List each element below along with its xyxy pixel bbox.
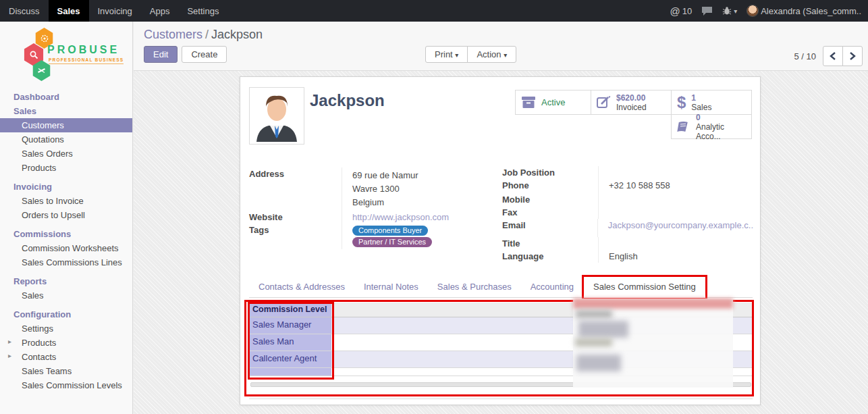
pager-previous-button[interactable] — [823, 46, 843, 66]
top-navbar: Discuss Sales Invoicing Apps Settings @ … — [0, 0, 868, 22]
invoiced-amount: $620.00 — [616, 93, 647, 103]
sidebar-item-sales-commissions-lines[interactable]: Sales Commissions Lines — [0, 255, 132, 269]
bug-icon — [722, 6, 732, 16]
tags-value: Components Buyer Partner / IT Services — [342, 224, 492, 249]
redacted-value — [578, 321, 628, 338]
analytic-accounts-stat-button[interactable]: 0 Analytic Acco... — [671, 114, 752, 139]
customer-name-title: Jackpson — [310, 91, 385, 110]
commission-level-cell: Sales Manager — [249, 317, 331, 334]
topbar-menu-settings[interactable]: Settings — [178, 0, 227, 22]
active-stat-button[interactable]: Active — [515, 90, 591, 115]
sidebar-item-commission-worksheets[interactable]: Commission Worksheets — [0, 241, 132, 255]
fax-label: Fax — [502, 206, 598, 219]
redacted-value — [576, 355, 621, 371]
sidebar-item-customers[interactable]: Customers — [0, 118, 132, 132]
breadcrumb-current: Jackpson — [211, 28, 263, 41]
redacted-region — [573, 299, 733, 388]
title-value[interactable] — [598, 237, 753, 250]
customer-photo[interactable] — [249, 87, 304, 145]
caret-down-icon: ▾ — [734, 7, 737, 15]
caret-down-icon: ▾ — [455, 51, 458, 59]
address-street: 69 rue de Namur — [352, 169, 492, 182]
language-value[interactable]: English — [598, 250, 753, 263]
chat-bubble-icon — [701, 6, 713, 16]
sidebar-heading-dashboard[interactable]: Dashboard — [0, 90, 132, 104]
tab-sales-commission-setting[interactable]: Sales Commission Setting — [583, 276, 706, 298]
topbar-menu-apps[interactable]: Apps — [141, 0, 179, 22]
sidebar-item-quotations[interactable]: Quotations — [0, 132, 132, 147]
sidebar-heading-invoicing[interactable]: Invoicing — [0, 180, 132, 194]
sales-count: 1 — [691, 93, 711, 103]
topbar-menu-discuss[interactable]: Discuss — [0, 0, 49, 22]
sidebar-item-sales-to-invoice[interactable]: Sales to Invoice — [0, 194, 132, 208]
sales-label: Sales — [691, 103, 711, 112]
sidebar-item-sales-teams[interactable]: Sales Teams — [0, 364, 132, 378]
tag-components-buyer[interactable]: Components Buyer — [352, 226, 428, 236]
sidebar-item-config-contacts[interactable]: ▸ Contacts — [0, 350, 132, 364]
phone-label: Phone — [502, 179, 598, 193]
action-dropdown-button[interactable]: Action ▾ — [467, 46, 516, 63]
logo-title: PROBUSE — [47, 44, 119, 56]
sidebar-heading-sales[interactable]: Sales — [0, 104, 132, 118]
address-value[interactable]: 69 rue de Namur Wavre 1300 Belgium — [342, 167, 492, 211]
edit-button[interactable]: Edit — [144, 46, 178, 63]
print-dropdown-button[interactable]: Print ▾ — [425, 46, 468, 63]
sidebar-item-label: Products — [22, 338, 56, 348]
sales-stat-button[interactable]: $ 1 Sales — [671, 90, 752, 115]
sidebar-item-reports-sales[interactable]: Sales — [0, 288, 132, 303]
invoiced-stat-button[interactable]: $620.00 Invoiced — [591, 90, 672, 115]
website-link[interactable]: http://www.jackpson.com — [352, 212, 449, 222]
tag-partner-it-services[interactable]: Partner / IT Services — [352, 237, 432, 247]
user-name: Alexandra (Sales_comm.. — [761, 6, 861, 16]
sidebar-item-orders-to-upsell[interactable]: Orders to Upsell — [0, 208, 132, 222]
mobile-value[interactable] — [598, 193, 753, 206]
logo-subtitle: PROFESSIONAL BUSINESS — [49, 57, 124, 64]
probuse-logo: PROBUSE PROFESSIONAL BUSINESS — [0, 28, 132, 82]
chevron-left-icon — [830, 52, 836, 60]
topbar-menu-invoicing[interactable]: Invoicing — [89, 0, 141, 22]
invoiced-label: Invoiced — [616, 103, 647, 112]
job-position-value[interactable] — [598, 166, 753, 179]
pager-next-button[interactable] — [842, 46, 863, 66]
sidebar-heading-reports[interactable]: Reports — [0, 274, 132, 288]
commission-level-header: Commission Level — [249, 303, 331, 317]
chevron-right-icon: ▸ — [8, 352, 11, 359]
title-label: Title — [502, 237, 598, 250]
sidebar-item-sales-orders[interactable]: Sales Orders — [0, 147, 132, 161]
messages-button[interactable] — [701, 6, 713, 16]
tab-internal-notes[interactable]: Internal Notes — [354, 276, 428, 297]
debug-menu-button[interactable]: ▾ — [722, 6, 737, 16]
tab-contacts-addresses[interactable]: Contacts & Addresses — [249, 276, 354, 297]
redacted-value — [575, 338, 612, 346]
commission-level-cell: Sales Man — [249, 334, 331, 351]
address-city: Wavre 1300 — [352, 182, 492, 196]
mention-counter[interactable]: @ 10 — [670, 5, 692, 17]
language-label: Language — [502, 250, 598, 263]
breadcrumb-customers-link[interactable]: Customers — [144, 28, 202, 41]
archive-icon — [521, 96, 536, 109]
chevron-right-icon: ▸ — [8, 338, 11, 345]
empty-cell — [249, 368, 331, 376]
tab-sales-purchases[interactable]: Sales & Purchases — [428, 276, 521, 297]
sidebar-heading-configuration[interactable]: Configuration — [0, 307, 132, 321]
analytic-count: 0 — [696, 113, 746, 122]
sidebar-item-settings[interactable]: Settings — [0, 321, 132, 336]
sidebar-item-products[interactable]: Products — [0, 161, 132, 175]
caret-down-icon: ▾ — [504, 51, 507, 59]
fax-value[interactable] — [598, 206, 753, 219]
mention-count: 10 — [682, 6, 692, 16]
phone-value[interactable]: +32 10 588 558 — [598, 179, 753, 193]
print-label: Print — [435, 49, 453, 59]
dollar-icon: $ — [677, 93, 686, 112]
email-link[interactable]: Jackpson@yourcompany.example.c.. — [608, 220, 753, 230]
active-stat-label: Active — [541, 97, 565, 107]
field-group-left: Address 69 rue de Namur Wavre 1300 Belgi… — [249, 167, 492, 249]
sidebar-item-sales-commission-levels[interactable]: Sales Commission Levels — [0, 378, 132, 392]
topbar-menu-sales[interactable]: Sales — [49, 0, 89, 22]
user-menu[interactable]: Alexandra (Sales_comm.. — [747, 5, 861, 17]
tab-accounting[interactable]: Accounting — [521, 276, 583, 297]
sidebar-item-config-products[interactable]: ▸ Products — [0, 336, 132, 350]
chevron-right-icon — [849, 52, 856, 60]
create-button[interactable]: Create — [182, 46, 227, 63]
sidebar-heading-commissions[interactable]: Commissions — [0, 227, 132, 241]
